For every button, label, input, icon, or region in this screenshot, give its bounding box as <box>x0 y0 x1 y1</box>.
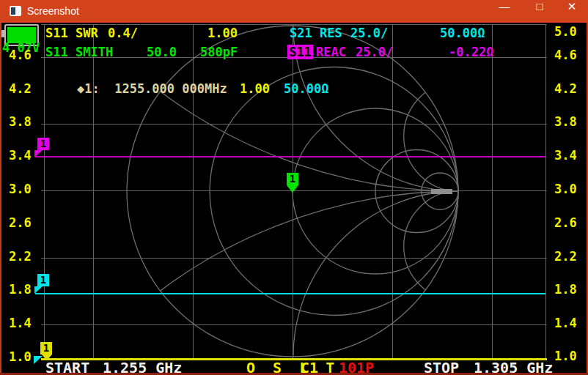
trace-swr-label: S11 SWR <box>45 26 98 40</box>
axis-tick: 4.2 <box>9 82 32 96</box>
marker-flag-smith-tail <box>287 185 298 193</box>
trace-smith-label: S11 SMITH <box>45 45 113 59</box>
axis-tick: 2.6 <box>554 216 577 230</box>
battery-terminal <box>1 30 4 37</box>
trace-swr-value: 1.00 <box>207 26 238 40</box>
axis-tick: 2.6 <box>9 216 32 230</box>
marker-readout-freq: ◆1: 1255.000 000MHz <box>77 82 227 96</box>
axis-tick: 3.8 <box>9 115 32 129</box>
trace-swr-scale: 0.4/ <box>108 26 138 40</box>
marker-flag-swr: 1 <box>40 342 52 354</box>
axis-tick: 3.4 <box>9 149 32 163</box>
axis-tick: 1.4 <box>554 316 577 330</box>
trace-res-value: 50.00Ω <box>440 26 485 40</box>
active-channel-badge: S11 <box>287 45 313 59</box>
axis-tick: 1.4 <box>9 316 32 330</box>
axis-tick: 4.6 <box>554 48 577 62</box>
start-value: 1.255 GHz <box>103 361 182 375</box>
trace-res-line <box>35 293 545 294</box>
trace-res-scale: 25.0/ <box>350 26 388 40</box>
marker-flag-reac-tail <box>34 150 43 157</box>
axis-tick: 1.0 <box>554 349 577 363</box>
axis-tick: 3.0 <box>554 182 577 196</box>
axis-tick: 4.6 <box>9 48 32 62</box>
smith-r-circle <box>210 67 458 316</box>
trace-reac-scale: 25.0/ <box>356 45 393 59</box>
axis-tick: 1.8 <box>9 283 32 297</box>
cal-status: O S L T <box>246 361 339 375</box>
axis-tick: 1.0 <box>9 350 32 364</box>
marker-flag-reac: 1 <box>37 138 49 150</box>
trace-reac-value: -0.22Ω <box>449 45 493 59</box>
trace-res-label: S21 RES <box>290 26 342 40</box>
sweep-points: 101P <box>339 361 374 375</box>
axis-tick: 2.2 <box>9 250 32 264</box>
axis-tick: 4.2 <box>554 82 577 96</box>
cal-slot: C1 <box>301 361 318 375</box>
screenshot-window: Screenshot — □ ✕ <box>0 0 588 375</box>
trace-reac-label: REAC <box>316 45 346 59</box>
axis-tick: 3.8 <box>554 115 577 129</box>
stop-value: 1.305 GHz <box>474 361 553 375</box>
trace-smith-value: 580pF <box>200 45 238 59</box>
marker-readout-swr: 1.00 <box>240 82 270 96</box>
smith-trace-segment <box>431 189 452 194</box>
axis-tick: 3.4 <box>554 149 577 163</box>
trace-reac-line <box>35 156 545 157</box>
stop-label: STOP <box>424 361 459 375</box>
marker-readout-impedance: 50.00Ω <box>284 82 328 96</box>
axis-tick: 5.0 <box>554 25 577 39</box>
marker-flag-res: 1 <box>37 274 49 286</box>
marker-flag-res-tail <box>34 286 43 294</box>
axis-tick: 3.0 <box>9 182 32 196</box>
trace-smith-scale: 50.0 <box>147 45 177 59</box>
marker-flag-smith: 1 <box>287 173 298 185</box>
axis-tick: 1.8 <box>554 283 577 297</box>
start-label: START <box>45 361 89 375</box>
axis-tick: 2.2 <box>554 250 577 264</box>
